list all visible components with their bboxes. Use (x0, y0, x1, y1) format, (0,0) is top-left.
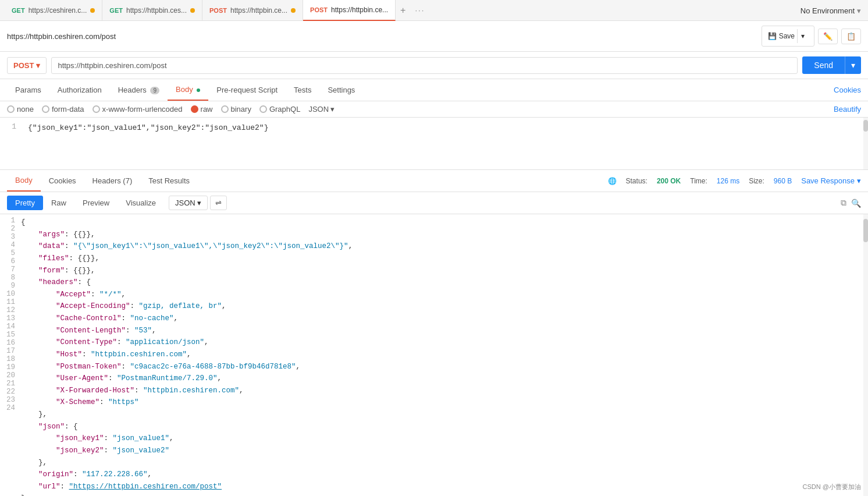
radio-urlencoded-label: x-www-form-urlencoded (102, 105, 183, 114)
response-tabs: Body Cookies Headers (7) Test Results 🌐 … (0, 170, 868, 192)
pretty-tab-raw[interactable]: Raw (43, 196, 74, 210)
env-selector[interactable]: No Environment ▾ (801, 0, 861, 21)
resp-line-1: { (21, 217, 868, 229)
tab-settings-label: Settings (328, 86, 355, 94)
resp-line-17: }, (21, 409, 868, 421)
tab-body[interactable]: Body (168, 79, 208, 101)
request-body-editor[interactable]: 1 {"json_key1":"json_value1","json_key2"… (0, 118, 868, 170)
radio-binary-dot (221, 105, 229, 113)
resp-line-18: "json": { (21, 421, 868, 433)
save-response-button[interactable]: Save Response ▾ (801, 176, 861, 185)
env-label: No Environment (801, 6, 855, 15)
radio-urlencoded-dot (93, 105, 100, 113)
body-dot (197, 88, 200, 92)
tab-3[interactable]: POST https://httpbin.ce... (303, 0, 396, 21)
tab-more-button[interactable]: ··· (410, 3, 429, 17)
pretty-tab-visualize-label: Visualize (126, 199, 156, 207)
response-body: 1 2 3 4 5 6 7 8 9 10 11 12 13 14 15 16 1… (0, 214, 868, 496)
size-value: 960 B (774, 177, 792, 185)
radio-binary-label: binary (231, 105, 251, 114)
resp-line-2: "args": {{}}, (21, 229, 868, 241)
resp-tab-body[interactable]: Body (7, 170, 41, 192)
tab-0[interactable]: GET https://ceshiren.c... (5, 0, 102, 21)
beautify-button[interactable]: Beautify (834, 105, 861, 114)
resp-json-format-selector[interactable]: JSON ▾ (169, 196, 208, 210)
tab-3-method: POST (310, 6, 328, 13)
radio-urlencoded[interactable]: x-www-form-urlencoded (93, 105, 183, 114)
cookies-link[interactable]: Cookies (834, 86, 861, 94)
send-dropdown-icon[interactable]: ▾ (845, 56, 861, 74)
resp-line-8: "Accept-Encoding": "gzip, deflate, br", (21, 300, 868, 313)
size-label: Size: (749, 177, 764, 185)
radio-graphql[interactable]: GraphQL (259, 105, 300, 114)
tab-1-dot (190, 8, 195, 13)
tab-2-url: https://httpbin.ce... (230, 6, 287, 15)
radio-none-label: none (17, 105, 34, 114)
pretty-tab-raw-label: Raw (51, 199, 66, 207)
tab-prerequest[interactable]: Pre-request Script (208, 80, 286, 100)
tab-2-dot (291, 8, 296, 13)
save-label: Save (779, 32, 795, 40)
request-bar: POST ▾ Send ▾ (0, 52, 868, 79)
radio-binary[interactable]: binary (221, 105, 251, 114)
tab-headers[interactable]: Headers 9 (110, 80, 168, 100)
pretty-tab-preview-label: Preview (83, 199, 109, 207)
status-value: 200 OK (657, 177, 681, 185)
resp-line-10: "Content-Length": "53", (21, 325, 868, 337)
pretty-tab-pretty[interactable]: Pretty (7, 196, 43, 210)
resp-tab-test-results[interactable]: Test Results (140, 171, 198, 191)
radio-form-data[interactable]: form-data (42, 105, 84, 114)
radio-form-data-dot (42, 105, 49, 113)
resp-line-13: "Postman-Token": "c9acac2c-e76a-4688-87b… (21, 361, 868, 373)
wrap-button[interactable]: ⇌ (210, 196, 227, 210)
json-format-selector[interactable]: JSON ▾ (308, 105, 335, 114)
editor-scrollbar-thumb (863, 120, 868, 132)
tab-2[interactable]: POST https://httpbin.ce... (202, 0, 303, 21)
wrap-icon: ⇌ (215, 199, 222, 207)
send-button[interactable]: Send ▾ (802, 56, 861, 74)
radio-raw-dot (191, 105, 198, 113)
resp-line-6: "headers": { (21, 277, 868, 289)
resp-tab-cookies[interactable]: Cookies (41, 171, 84, 191)
tab-add-button[interactable]: + (396, 3, 410, 18)
request-tabs: Params Authorization Headers 9 Body Pre-… (0, 79, 868, 101)
tab-tests[interactable]: Tests (286, 80, 319, 100)
tab-params[interactable]: Params (7, 80, 49, 100)
pretty-tab-visualize[interactable]: Visualize (118, 196, 164, 210)
tab-headers-label: Headers (118, 86, 147, 94)
save-dropdown-icon[interactable]: ▾ (797, 29, 808, 43)
request-body-content[interactable]: {"json_key1":"json_value1","json_key2":"… (23, 122, 868, 165)
copy-button[interactable]: ⧉ (841, 198, 846, 208)
radio-none[interactable]: none (7, 105, 34, 114)
resp-json-chevron-icon: ▾ (197, 199, 201, 207)
resp-tab-headers[interactable]: Headers (7) (84, 171, 141, 191)
radio-graphql-dot (259, 105, 267, 113)
url-input[interactable] (51, 57, 798, 74)
radio-raw[interactable]: raw (191, 105, 213, 114)
editor-scrollbar[interactable] (863, 118, 868, 169)
resp-line-16: "X-Scheme": "https" (21, 396, 868, 409)
response-scrollbar[interactable] (863, 214, 868, 496)
headers-badge: 9 (150, 87, 159, 94)
edit-icon: ✏️ (823, 32, 833, 41)
save-button[interactable]: 💾 Save ▾ (762, 26, 814, 47)
tab-authorization[interactable]: Authorization (49, 80, 110, 100)
tab-1[interactable]: GET https://httpbin.ces... (102, 0, 202, 21)
note-button[interactable]: 📋 (841, 29, 861, 44)
edit-button[interactable]: ✏️ (818, 29, 838, 44)
method-selector[interactable]: POST ▾ (7, 57, 47, 74)
resp-line-5: "form": {{}}, (21, 265, 868, 277)
search-button[interactable]: 🔍 (851, 198, 861, 208)
response-actions: ⧉ 🔍 (841, 198, 861, 208)
resp-line-20: "json_key2": "json_value2" (21, 445, 868, 457)
response-line-numbers: 1 2 3 4 5 6 7 8 9 10 11 12 13 14 15 16 1… (0, 217, 21, 496)
tab-bar: GET https://ceshiren.c... GET https://ht… (0, 0, 868, 21)
resp-json-format-label: JSON (175, 199, 195, 207)
chevron-down-icon: ▾ (857, 6, 861, 15)
watermark: CSDN @小曹要加油 (803, 483, 861, 491)
tab-settings[interactable]: Settings (319, 80, 363, 100)
save-response-label: Save Response (801, 176, 855, 185)
pretty-tab-preview[interactable]: Preview (74, 196, 118, 210)
radio-raw-label: raw (201, 105, 213, 114)
pretty-tabs-bar: Pretty Raw Preview Visualize JSON ▾ ⇌ ⧉ … (0, 192, 868, 214)
